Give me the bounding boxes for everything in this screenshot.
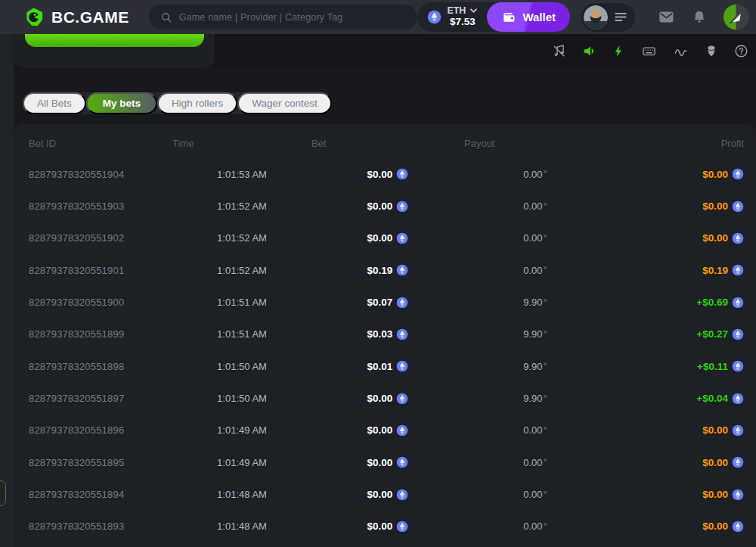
multiplier-symbol: × [544, 456, 547, 464]
payout-value: 9.90 [523, 328, 542, 340]
profit-amount: $0.00 [702, 169, 728, 180]
multiplier-symbol: × [544, 264, 547, 272]
bet-cell: $0.00 [311, 232, 464, 244]
profit-cell: $0.00 [606, 489, 744, 501]
time-cell: 1:01:52 AM [172, 232, 311, 244]
payout-cell: 0.00× [464, 489, 606, 500]
messages-button[interactable] [658, 8, 675, 26]
bet-row[interactable]: 82879378320551895 1:01:49 AM $0.00 0.00×… [14, 446, 756, 478]
seeds-button[interactable] [705, 44, 718, 58]
wallet-button[interactable]: Wallet [487, 2, 570, 32]
bet-amount: $0.19 [367, 265, 393, 276]
tab-high-rollers[interactable]: High rollers [157, 92, 237, 114]
bet-id-cell: 82879378320551897 [29, 393, 172, 404]
payout-cell: 9.90× [464, 361, 606, 372]
bet-row[interactable]: 82879378320551898 1:01:50 AM $0.01 9.90×… [14, 350, 756, 382]
chat-toggle-button[interactable] [723, 5, 748, 30]
help-icon [734, 44, 748, 58]
balance-wallet-group: ETH $7.53 Wallet [417, 2, 570, 32]
hotkeys-button[interactable] [641, 44, 657, 58]
wallet-label: Wallet [522, 11, 556, 23]
time-cell: 1:01:49 AM [172, 457, 311, 468]
sound-on-button[interactable] [582, 44, 596, 58]
profit-cell: +$0.11 [606, 360, 744, 372]
bet-row[interactable]: 82879378320551893 1:01:48 AM $0.00 0.00×… [14, 511, 756, 542]
time-cell: 1:01:52 AM [172, 265, 311, 276]
multiplier-symbol: × [544, 328, 547, 336]
profit-amount: $0.00 [702, 489, 728, 500]
avatar[interactable] [584, 5, 608, 30]
game-search-input[interactable]: Game name | Provider | Category Tag [149, 5, 418, 30]
multiplier-symbol: × [544, 424, 547, 432]
time-cell: 1:01:51 AM [172, 328, 311, 340]
game-panel-bottom [14, 34, 756, 68]
time-cell: 1:01:50 AM [172, 393, 311, 404]
profit-amount: +$0.69 [696, 297, 728, 308]
header-bet: Bet [311, 138, 464, 149]
multiplier-symbol: × [544, 232, 547, 240]
profit-amount: $0.00 [702, 200, 728, 212]
eth-coin-icon [732, 393, 744, 405]
bet-row[interactable]: 82879378320551899 1:01:51 AM $0.03 9.90×… [14, 319, 756, 350]
time-cell: 1:01:53 AM [172, 169, 311, 180]
eth-coin-icon [732, 521, 744, 533]
eth-coin-icon [396, 360, 408, 372]
wallet-icon [501, 10, 516, 25]
header-time: Time [172, 138, 311, 149]
bet-id-cell: 82879378320551902 [29, 232, 172, 244]
nut-icon [705, 44, 718, 58]
bet-button[interactable] [25, 34, 204, 47]
bc-game-logo[interactable]: BC.GAME [24, 7, 129, 27]
bet-row[interactable]: 82879378320551902 1:01:52 AM $0.00 0.00×… [14, 222, 756, 254]
help-button[interactable] [734, 44, 748, 58]
bet-row[interactable]: 82879378320551900 1:01:51 AM $0.07 9.90×… [14, 286, 756, 318]
eth-coin-icon [396, 232, 408, 244]
time-cell: 1:01:52 AM [172, 200, 311, 212]
music-off-button[interactable] [552, 44, 566, 58]
bet-amount: $0.00 [367, 457, 393, 468]
profit-cell: $0.00 [606, 232, 744, 244]
eth-coin-icon [396, 200, 408, 213]
quick-bet-button[interactable] [612, 44, 625, 58]
eth-coin-icon [396, 264, 408, 276]
payout-value: 9.90 [523, 393, 542, 404]
currency-selector[interactable]: ETH $7.53 [447, 6, 485, 29]
bet-amount: $0.00 [367, 232, 393, 244]
live-stats-button[interactable] [673, 44, 689, 58]
bet-panel-bottom [14, 34, 214, 68]
lightning-icon [612, 44, 625, 58]
bet-row[interactable]: 82879378320551901 1:01:52 AM $0.19 0.00×… [14, 254, 756, 286]
payout-value: 9.90 [523, 361, 542, 372]
eth-coin-icon [732, 264, 744, 276]
eth-coin-icon [732, 297, 744, 309]
eth-coin-icon [396, 328, 408, 340]
tab-my-bets[interactable]: My bets [86, 92, 157, 114]
bet-amount: $0.00 [367, 424, 393, 436]
profile-menu-button[interactable] [615, 12, 627, 22]
tab-all-bets[interactable]: All Bets [23, 92, 86, 114]
profit-cell: $0.00 [606, 424, 744, 437]
tab-wager-contest[interactable]: Wager contest [237, 92, 332, 114]
bet-amount: $0.00 [367, 489, 393, 500]
bet-row[interactable]: 82879378320551896 1:01:49 AM $0.00 0.00×… [14, 415, 756, 446]
notifications-button[interactable] [692, 9, 707, 25]
header-profit: Profit [606, 138, 744, 149]
bet-id-cell: 82879378320551903 [29, 200, 172, 212]
bet-row[interactable]: 82879378320551894 1:01:48 AM $0.00 0.00×… [14, 478, 756, 510]
multiplier-symbol: × [544, 168, 547, 176]
bet-amount: $0.00 [367, 521, 393, 532]
profit-amount: +$0.11 [697, 361, 728, 372]
bet-amount: $0.01 [367, 361, 393, 372]
eth-coin-icon [396, 456, 408, 468]
bet-row[interactable]: 82879378320551904 1:01:53 AM $0.00 0.00×… [14, 158, 756, 190]
multiplier-symbol: × [544, 521, 547, 528]
bet-cell: $0.00 [311, 200, 464, 213]
bet-row[interactable]: 82879378320551903 1:01:52 AM $0.00 0.00×… [14, 190, 756, 222]
bet-row[interactable]: 82879378320551897 1:01:50 AM $0.00 9.90×… [14, 382, 756, 414]
left-rail [0, 34, 14, 547]
side-notch[interactable] [0, 480, 6, 506]
payout-cell: 0.00× [464, 424, 606, 436]
profit-amount: $0.00 [702, 521, 728, 532]
payout-cell: 0.00× [464, 169, 606, 180]
eth-coin-icon [396, 521, 408, 533]
